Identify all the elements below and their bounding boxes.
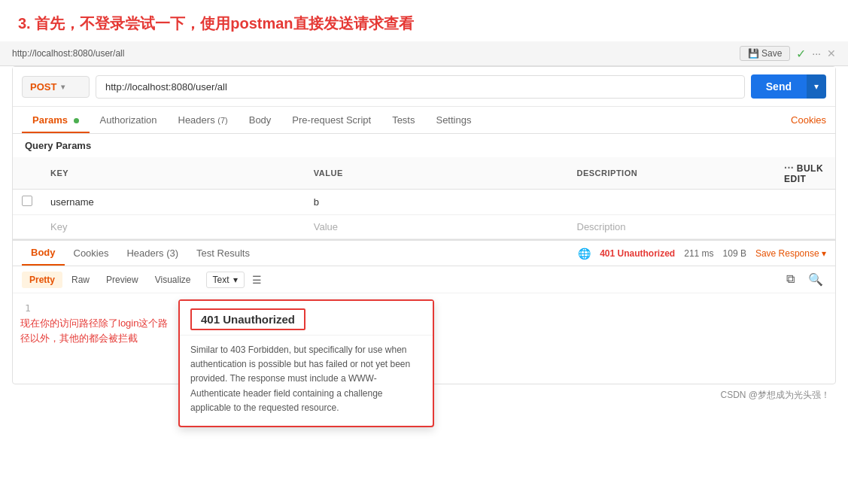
response-body: 1 现在你的访问路径除了login这个路径以外，其他的都会被拦截 401 Una… bbox=[13, 293, 835, 384]
response-tab-test-results[interactable]: Test Results bbox=[187, 241, 259, 265]
desc-cell[interactable] bbox=[568, 190, 776, 215]
response-area: Body Cookies Headers (3) Test Results 🌐 … bbox=[13, 239, 835, 384]
tooltip-title: 401 Unauthorized bbox=[190, 308, 305, 330]
tab-headers[interactable]: Headers (7) bbox=[168, 107, 239, 133]
more-hint-icon: ··· bbox=[812, 47, 821, 59]
cookies-link[interactable]: Cookies bbox=[791, 114, 826, 126]
response-size: 109 B bbox=[723, 248, 746, 259]
tab-settings[interactable]: Settings bbox=[425, 107, 482, 133]
query-params-label: Query Params bbox=[13, 134, 835, 157]
params-active-dot bbox=[74, 118, 79, 123]
table-placeholder-row: Key Value Description bbox=[13, 215, 835, 239]
tab-tests[interactable]: Tests bbox=[381, 107, 425, 133]
col-key-header: KEY bbox=[41, 157, 305, 190]
dots-icon: ··· bbox=[784, 162, 794, 174]
request-bar: POST ▾ Send ▾ bbox=[13, 67, 835, 107]
method-dropdown[interactable]: POST ▾ bbox=[22, 76, 90, 98]
tab-body[interactable]: Body bbox=[239, 107, 282, 133]
close-hint-icon: ✕ bbox=[827, 47, 836, 59]
key-cell[interactable]: username bbox=[41, 190, 305, 215]
tooltip-body: Similar to 403 Forbidden, but specifical… bbox=[180, 335, 433, 426]
tab-prerequest[interactable]: Pre-request Script bbox=[281, 107, 381, 133]
format-tab-preview[interactable]: Preview bbox=[99, 272, 146, 288]
format-tab-raw[interactable]: Raw bbox=[64, 272, 97, 288]
send-button[interactable]: Send bbox=[751, 74, 807, 99]
response-tab-cookies[interactable]: Cookies bbox=[65, 241, 118, 265]
search-icon[interactable]: 🔍 bbox=[805, 271, 826, 288]
url-hint: http://localhost:8080/user/all bbox=[12, 48, 124, 59]
response-time: 211 ms bbox=[684, 248, 713, 259]
page-title: 3. 首先，不登录尝试一下，使用postman直接发送请求查看 bbox=[18, 14, 830, 34]
annotation-text: 现在你的访问路径除了login这个路径以外，其他的都会被拦截 bbox=[20, 316, 171, 345]
method-chevron-icon: ▾ bbox=[61, 83, 65, 91]
format-bar: Pretty Raw Preview Visualize Text ▾ ☰ ⧉ … bbox=[13, 266, 835, 293]
send-dropdown-button[interactable]: ▾ bbox=[807, 74, 826, 99]
filter-icon[interactable]: ☰ bbox=[252, 274, 262, 286]
tooltip-popup: 401 Unauthorized Similar to 403 Forbidde… bbox=[178, 299, 434, 427]
col-desc-header: DESCRIPTION bbox=[568, 157, 776, 190]
value-cell[interactable]: b bbox=[305, 190, 568, 215]
save-response-button[interactable]: Save Response ▾ bbox=[755, 248, 826, 259]
col-value-header: VALUE bbox=[305, 157, 568, 190]
request-tab-bar: Params Authorization Headers (7) Body Pr… bbox=[13, 107, 835, 134]
placeholder-key[interactable]: Key bbox=[41, 215, 305, 239]
status-globe-icon: 🌐 bbox=[578, 247, 591, 260]
response-tab-bar: Body Cookies Headers (3) Test Results 🌐 … bbox=[13, 241, 835, 266]
postman-panel: POST ▾ Send ▾ Params Authorization Heade… bbox=[12, 66, 836, 384]
copy-icon[interactable]: ⧉ bbox=[783, 271, 798, 288]
params-table: KEY VALUE DESCRIPTION ··· Bulk Edit user… bbox=[13, 157, 835, 239]
line-number: 1 bbox=[25, 302, 31, 314]
check-icon: ✓ bbox=[796, 47, 806, 61]
response-tab-body[interactable]: Body bbox=[22, 241, 65, 266]
tab-params[interactable]: Params bbox=[22, 107, 90, 133]
row-checkbox[interactable] bbox=[22, 196, 32, 206]
format-tab-pretty[interactable]: Pretty bbox=[22, 272, 62, 288]
col-actions-header: ··· Bulk Edit bbox=[775, 157, 835, 190]
method-label: POST bbox=[30, 81, 56, 93]
save-hint-button[interactable]: 💾 Save bbox=[740, 46, 791, 61]
table-row: username b bbox=[13, 190, 835, 215]
col-check-header bbox=[13, 157, 41, 190]
status-badge: 401 Unauthorized bbox=[600, 248, 675, 259]
tab-authorization[interactable]: Authorization bbox=[90, 107, 168, 133]
text-chevron-icon: ▾ bbox=[233, 275, 238, 285]
url-input[interactable] bbox=[96, 75, 745, 99]
placeholder-value[interactable]: Value bbox=[305, 215, 568, 239]
format-tab-visualize[interactable]: Visualize bbox=[147, 272, 199, 288]
response-tab-headers[interactable]: Headers (3) bbox=[117, 241, 187, 265]
placeholder-desc[interactable]: Description bbox=[568, 215, 776, 239]
text-type-select[interactable]: Text ▾ bbox=[206, 272, 245, 288]
